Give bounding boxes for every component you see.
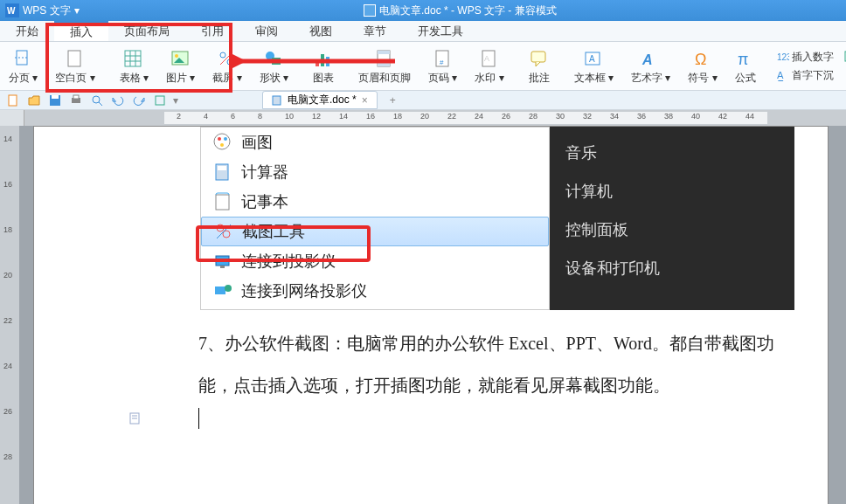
svg-rect-59 — [216, 256, 229, 266]
document-tab[interactable]: 电脑文章.doc * × — [262, 91, 378, 109]
svg-rect-19 — [326, 57, 329, 66]
svg-text:W: W — [7, 6, 16, 16]
svg-text:A: A — [641, 52, 653, 67]
svg-rect-5 — [125, 51, 141, 66]
tab-view[interactable]: 视图 — [294, 21, 348, 41]
list-item: 计算机 — [565, 172, 779, 211]
app-name: WPS 文字 — [23, 3, 71, 18]
tab-dev[interactable]: 开发工具 — [402, 21, 479, 41]
svg-point-62 — [225, 285, 232, 292]
btn-textbox[interactable]: A 文本框 ▾ — [565, 47, 622, 86]
list-item-selected: 截图工具 — [201, 217, 549, 246]
svg-text:Ω: Ω — [695, 51, 706, 68]
text-cursor — [198, 408, 199, 429]
svg-point-13 — [227, 59, 232, 65]
svg-rect-17 — [316, 59, 319, 66]
list-item: 连接到投影仪 — [201, 246, 549, 276]
tab-start[interactable]: 开始 — [0, 21, 54, 41]
svg-rect-21 — [378, 51, 390, 54]
btn-headerfooter[interactable]: 页眉和页脚 — [350, 47, 420, 86]
svg-rect-18 — [321, 54, 324, 66]
btn-symbol[interactable]: Ω 符号 ▾ — [679, 47, 725, 86]
btn-formula[interactable]: π 公式 — [726, 47, 765, 86]
svg-rect-27 — [531, 52, 545, 62]
svg-text:A̲: A̲ — [777, 70, 784, 81]
svg-rect-16 — [272, 58, 281, 65]
svg-rect-44 — [73, 95, 79, 99]
doc-icon — [364, 4, 376, 17]
quick-access-toolbar: ▾ 电脑文章.doc * × + — [0, 91, 846, 110]
embedded-image: 画图 计算器 记事本 截图工具 连接到投影仪 连接到网络投影仪 音乐 计算机 控… — [200, 127, 794, 310]
new-tab-icon[interactable]: + — [390, 94, 396, 107]
document-tab-name: 电脑文章.doc * — [288, 93, 357, 107]
paragraph-mark-icon — [128, 411, 142, 425]
tab-review[interactable]: 审阅 — [239, 21, 294, 41]
btn-shape[interactable]: 形状 ▾ — [251, 47, 297, 86]
svg-text:A: A — [484, 54, 489, 63]
close-tab-icon[interactable]: × — [362, 94, 368, 107]
svg-point-56 — [217, 224, 224, 231]
list-item: 设备和打印机 — [565, 249, 779, 287]
btn-dropcap[interactable]: A̲首字下沉 — [777, 68, 834, 83]
wps-logo: W — [5, 3, 19, 17]
svg-rect-48 — [273, 96, 281, 105]
svg-rect-60 — [220, 266, 225, 268]
svg-point-50 — [218, 137, 221, 141]
btn-table[interactable]: 表格 ▾ — [111, 47, 157, 86]
list-item: 画图 — [201, 128, 549, 157]
btn-pageno[interactable]: # 页码 ▾ — [420, 47, 466, 86]
qat-undo[interactable] — [110, 93, 126, 108]
vertical-ruler: 1416182022242628 — [0, 126, 19, 504]
menu-tabs: 开始 插入 页面布局 引用 审阅 视图 章节 开发工具 — [0, 21, 846, 42]
svg-rect-61 — [215, 287, 225, 294]
svg-rect-22 — [378, 63, 390, 66]
btn-wordart[interactable]: A 艺术字 ▾ — [622, 47, 679, 86]
svg-rect-40 — [9, 95, 17, 106]
btn-insertnumber[interactable]: 123插入数字 — [777, 50, 834, 65]
btn-screenshot[interactable]: 截屏 ▾ — [204, 47, 250, 86]
ribbon: 分页 ▾ 空白页 ▾ 表格 ▾ 图片 ▾ 截屏 ▾ 形状 ▾ 图表 页眉和页脚 … — [0, 42, 846, 91]
svg-point-11 — [175, 54, 178, 58]
btn-blankpage[interactable]: 空白页 ▾ — [46, 47, 103, 86]
qat-preview[interactable] — [89, 93, 105, 108]
btn-pagebreak[interactable]: 分页 ▾ — [0, 47, 46, 86]
svg-point-45 — [93, 96, 100, 103]
btn-watermark[interactable]: A 水印 ▾ — [466, 47, 512, 86]
svg-line-46 — [99, 102, 102, 106]
svg-line-14 — [220, 52, 232, 65]
svg-text:A: A — [589, 54, 595, 64]
tab-ref[interactable]: 引用 — [185, 21, 239, 41]
list-item: 记事本 — [201, 187, 549, 217]
page[interactable]: 画图 计算器 记事本 截图工具 连接到投影仪 连接到网络投影仪 音乐 计算机 控… — [33, 126, 829, 504]
tab-insert[interactable]: 插入 — [54, 21, 108, 41]
qat-new[interactable] — [5, 93, 21, 108]
svg-rect-42 — [52, 95, 59, 99]
page-canvas: 画图 计算器 记事本 截图工具 连接到投影仪 连接到网络投影仪 音乐 计算机 控… — [24, 126, 846, 504]
tab-layout[interactable]: 页面布局 — [108, 21, 185, 41]
btn-picture[interactable]: 图片 ▾ — [157, 47, 204, 86]
list-item: 计算器 — [201, 157, 549, 187]
svg-text:π: π — [738, 51, 748, 68]
qat-open[interactable] — [26, 93, 42, 108]
tab-chapter[interactable]: 章节 — [348, 21, 402, 41]
svg-text:#: # — [440, 59, 444, 66]
btn-chart[interactable]: 图表 — [304, 47, 343, 86]
doc-title: 电脑文章.doc * - WPS 文字 - 兼容模式 — [379, 3, 557, 18]
list-item: 音乐 — [565, 134, 779, 172]
qat-more[interactable] — [152, 93, 168, 108]
svg-rect-54 — [218, 166, 226, 170]
btn-comment[interactable]: 批注 — [520, 47, 558, 86]
paragraph[interactable]: 7、办公软件截图：电脑常用的办公软件 Excel、PPT、Word。都自带截图功… — [198, 322, 793, 406]
list-item: 控制面板 — [565, 211, 779, 249]
svg-point-49 — [214, 134, 230, 149]
qat-print[interactable] — [68, 93, 84, 108]
qat-save[interactable] — [47, 93, 63, 108]
svg-text:123: 123 — [777, 52, 789, 62]
list-item: 连接到网络投影仪 — [201, 276, 549, 306]
svg-point-12 — [220, 52, 225, 58]
svg-rect-55 — [216, 195, 229, 210]
svg-rect-47 — [156, 96, 164, 105]
svg-point-51 — [224, 137, 227, 141]
title-bar: W WPS 文字 ▾ 电脑文章.doc * - WPS 文字 - 兼容模式 — [0, 0, 846, 21]
qat-redo[interactable] — [131, 93, 147, 108]
